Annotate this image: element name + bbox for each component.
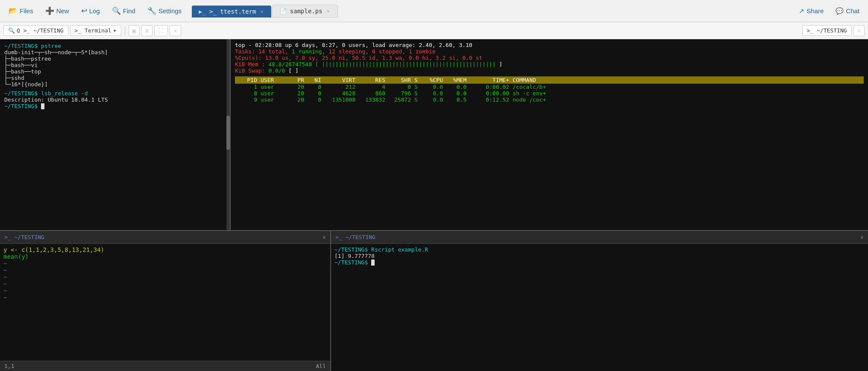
share-icon: ↗ <box>799 7 804 15</box>
fullscreen-button[interactable]: ⛶ <box>154 25 168 36</box>
left-top-terminal[interactable]: ~/TESTING$ pstree dumb-init─┬─sh──node─┬… <box>0 39 231 230</box>
chat-button[interactable]: 💬 Chat <box>830 5 865 18</box>
split-h-button[interactable]: ⊞ <box>141 25 152 36</box>
split-v-icon: ▣ <box>132 27 136 34</box>
term-line-2: dumb-init─┬─sh──node─┬─5*[bash] <box>4 49 226 56</box>
tab-ttest-icon: ▶_ <box>199 8 206 15</box>
tab-sampleps[interactable]: 📄 sample.ps ✕ <box>272 5 338 18</box>
term-line-10: ~/TESTING$ <box>4 103 226 109</box>
split-h-icon: ⊞ <box>145 27 149 34</box>
chevron-down-icon: ▾ <box>113 27 117 34</box>
r-term-line-1: ~/TESTING$ Rscript example.R <box>334 246 865 253</box>
find-menu[interactable]: 🔍 Find <box>107 4 141 18</box>
term-line-5: ├─bash──top <box>4 68 226 75</box>
r-cursor <box>371 260 375 266</box>
tab-ttest-label: >_ ttest.term <box>209 8 256 15</box>
r-line-1: y <- c(1,1,2,3,5,8,13,21,34) <box>3 246 327 253</box>
top-table-row-1: 1 user 20 0 212 4 0 S 0.0 0.0 0:00.02 /c… <box>235 84 864 90</box>
top-menu-bar: 📂 Files ➕ New ↩ Log 🔍 Find 🔧 Settings ▶_… <box>0 0 868 22</box>
scrollbar[interactable] <box>226 39 230 230</box>
top-header-4: KiB Mem : 48.8/26747540 [ ||||||||||||||… <box>235 61 864 67</box>
close-pane-button[interactable]: × <box>170 25 181 36</box>
settings-menu[interactable]: 🔧 Settings <box>142 4 187 18</box>
vim-status-bar: 1,1 All <box>0 361 330 371</box>
tab-ttest-close[interactable]: ✕ <box>260 9 264 15</box>
new-icon: ➕ <box>45 6 54 15</box>
terminal-dropdown[interactable]: >_ Terminal ▾ <box>70 25 121 36</box>
bottom-right-close[interactable]: × <box>860 234 864 241</box>
bottom-right-content[interactable]: ~/TESTING$ Rscript example.R [1] 9.77777… <box>331 244 868 371</box>
vim-position: 1,1 <box>4 363 14 369</box>
path-label: Q >_ ~/TESTING <box>17 27 64 34</box>
new-menu[interactable]: ➕ New <box>40 4 74 18</box>
term-line-1: ~/TESTING$ pstree <box>4 43 226 49</box>
tabs-row: ▶_ >_ ttest.term ✕ 📄 sample.ps ✕ <box>192 5 789 18</box>
bottom-left-pane[interactable]: >_ ~/TESTING × y <- c(1,1,2,3,5,8,13,21,… <box>0 231 331 371</box>
top-header-2: Tasks: 14 total, 1 running, 12 sleeping,… <box>235 48 864 55</box>
r-tilde-1: ~ <box>3 260 327 267</box>
terminal-label: >_ Terminal <box>75 27 111 34</box>
new-label: New <box>56 7 69 15</box>
term-line-7: └─16*[{node}] <box>4 81 226 88</box>
term-line-9: Description: Ubuntu 18.04.1 LTS <box>4 96 226 103</box>
top-header-3: %Cpu(s): 13.0 us, 7.0 sy, 25.0 ni, 50.5 … <box>235 55 864 61</box>
files-label: Files <box>20 7 33 15</box>
bottom-left-close[interactable]: × <box>323 234 326 241</box>
log-menu[interactable]: ↩ Log <box>76 4 105 18</box>
top-table-row-3: 9 user 20 0 1351008 133832 25872 S 0.0 0… <box>235 96 864 103</box>
find-label: Find <box>123 7 135 15</box>
tab-ttest[interactable]: ▶_ >_ ttest.term ✕ <box>192 6 271 18</box>
top-table-row-2: 8 user 20 0 4628 860 796 S 0.0 0.0 0:00.… <box>235 90 864 96</box>
bottom-left-title: >_ ~/TESTING <box>4 234 44 240</box>
right-top-terminal[interactable]: top - 02:28:08 up 6 days, 8:27, 0 users,… <box>231 39 868 230</box>
search-icon: 🔍 <box>8 27 15 34</box>
settings-icon: 🔧 <box>147 6 156 15</box>
bottom-right-title: >_ ~/TESTING <box>335 234 375 240</box>
bottom-area: >_ ~/TESTING × y <- c(1,1,2,3,5,8,13,21,… <box>0 230 868 371</box>
main-content: ~/TESTING$ pstree dumb-init─┬─sh──node─┬… <box>0 39 868 371</box>
log-icon: ↩ <box>81 6 87 15</box>
right-close-button[interactable]: × <box>853 25 865 36</box>
r-tilde-6: ~ <box>3 294 327 301</box>
find-icon: 🔍 <box>112 6 121 15</box>
files-menu[interactable]: 📂 Files <box>3 4 38 18</box>
term-line-6: ├─sshd <box>4 75 226 81</box>
term-line-4: ├─bash──vi <box>4 62 226 68</box>
r-tilde-2: ~ <box>3 267 327 274</box>
right-close-icon: × <box>857 27 861 34</box>
toolbar-sep1 <box>125 26 125 36</box>
top-table-header: PID USER PR NI VIRT RES SHR S %CPU %MEM … <box>235 76 864 84</box>
r-line-2: mean(y) <box>3 253 327 260</box>
split-v-button[interactable]: ▣ <box>129 25 140 36</box>
right-actions: ↗ Share 💬 Chat <box>794 5 865 18</box>
r-tilde-5: ~ <box>3 287 327 294</box>
tab-sampleps-icon: 📄 <box>279 8 287 15</box>
chat-icon: 💬 <box>836 7 844 15</box>
toolbar-right: >_ ~/TESTING × <box>802 25 865 36</box>
bottom-right-pane[interactable]: >_ ~/TESTING × ~/TESTING$ Rscript exampl… <box>331 231 868 371</box>
log-label: Log <box>89 7 100 15</box>
right-path-button[interactable]: >_ ~/TESTING <box>802 25 852 36</box>
bottom-left-header: >_ ~/TESTING × <box>0 231 330 244</box>
term-line-8: ~/TESTING$ lsb_release -d <box>4 90 226 96</box>
close-pane-icon: × <box>173 27 177 34</box>
cursor <box>41 103 44 109</box>
top-area: ~/TESTING$ pstree dumb-init─┬─sh──node─┬… <box>0 39 868 230</box>
chat-label: Chat <box>846 7 859 15</box>
right-path-label: >_ ~/TESTING <box>807 27 847 34</box>
vim-scroll: All <box>316 363 326 369</box>
bottom-left-content[interactable]: y <- c(1,1,2,3,5,8,13,21,34) mean(y) ~ ~… <box>0 244 330 361</box>
r-tilde-3: ~ <box>3 274 327 280</box>
toolbar-row: 🔍 Q >_ ~/TESTING >_ Terminal ▾ ▣ ⊞ ⛶ × >… <box>0 22 868 39</box>
top-header-5: KiB Swap: 0.0/0 [ ] <box>235 67 864 74</box>
path-button[interactable]: 🔍 Q >_ ~/TESTING <box>3 25 68 36</box>
share-button[interactable]: ↗ Share <box>794 5 829 18</box>
fullscreen-icon: ⛶ <box>158 27 164 34</box>
top-header-1: top - 02:28:08 up 6 days, 8:27, 0 users,… <box>235 42 864 48</box>
r-term-line-3: ~/TESTING$ <box>334 259 865 266</box>
r-tilde-4: ~ <box>3 280 327 287</box>
scrollbar-thumb <box>226 116 230 150</box>
bottom-right-header: >_ ~/TESTING × <box>331 231 868 244</box>
tab-sampleps-close[interactable]: ✕ <box>326 8 331 14</box>
tab-sampleps-label: sample.ps <box>290 8 323 15</box>
